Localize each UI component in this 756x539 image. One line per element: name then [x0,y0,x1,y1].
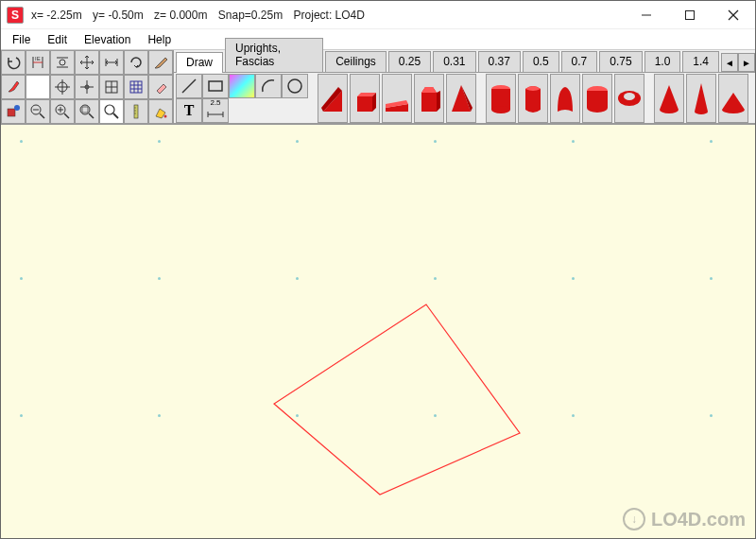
zoom-in-icon[interactable] [50,99,75,124]
menu-help[interactable]: Help [140,31,179,48]
svg-point-44 [164,115,167,118]
svg-point-68 [624,93,635,100]
minimize-button[interactable] [625,1,668,29]
svg-line-45 [182,79,196,93]
prism-shape-icon[interactable] [414,74,444,123]
swatch-icon[interactable] [26,75,50,99]
move-icon[interactable] [75,50,99,75]
arc-tool-icon[interactable] [255,74,282,98]
coord-z: z= 0.000m [154,9,207,22]
close-button[interactable] [712,1,755,29]
draw-tool-group: T 2.5 [176,74,308,123]
tab-size-0-37[interactable]: 0.37 [478,51,521,72]
svg-point-38 [105,105,114,114]
rotate-icon[interactable] [124,50,148,75]
color-picker-icon[interactable] [229,74,255,98]
svg-rect-40 [134,105,138,118]
app-icon: S [7,7,24,24]
watermark: ↓ LO4D.com [623,508,746,530]
shape-bar: T 2.5 [174,73,755,124]
cone-flat-shape-icon[interactable] [718,74,748,123]
download-icon: ↓ [623,508,645,530]
svg-point-47 [288,79,301,93]
paint-icon[interactable] [1,75,26,99]
menubar: File Edit Elevation Help [1,29,755,50]
fill-icon[interactable] [148,99,173,124]
add-shape-icon[interactable] [1,99,26,124]
svg-point-35 [80,105,90,114]
tab-size-1-0[interactable]: 1.0 [644,51,681,72]
cylinder-shape-icon[interactable] [486,74,516,123]
cone-tall-shape-icon[interactable] [686,74,716,123]
wedge-shape-icon[interactable] [318,74,348,123]
menu-edit[interactable]: Edit [40,31,75,48]
eraser-icon[interactable] [148,75,173,99]
menu-file[interactable]: File [5,31,38,48]
cone-shape-icon[interactable] [654,74,684,123]
svg-rect-1 [686,10,695,19]
drum-shape-icon[interactable] [582,74,612,123]
ruler-icon[interactable] [124,99,148,124]
align-v-icon[interactable] [50,50,75,75]
tab-size-0-25[interactable]: 0.25 [388,51,431,72]
tab-size-0-5[interactable]: 0.5 [523,51,559,72]
tab-size-0-75[interactable]: 0.75 [599,51,642,72]
app-window: S x= -2.25m y= -0.50m z= 0.000m Snap=0.2… [0,0,756,539]
cylinder-segment-shape-icon[interactable] [518,74,548,123]
tab-draw[interactable]: Draw [176,52,223,73]
tab-scroll-left-icon[interactable]: ◄ [721,53,738,72]
pyramid-shape-icon[interactable] [446,74,476,123]
project-name: Project: LO4D [294,9,365,22]
grid2-icon[interactable] [124,75,148,99]
text-tool-icon[interactable]: T [176,98,202,123]
rectangle-tool-icon[interactable] [202,74,229,98]
svg-rect-26 [8,109,15,116]
watermark-text: LO4D.com [651,509,746,530]
svg-line-29 [40,113,44,118]
canvas[interactable]: ↓ LO4D.com [1,125,755,538]
svg-line-32 [64,113,69,118]
coord-y: y= -0.50m [93,9,144,22]
slope-shape-icon[interactable] [382,74,412,123]
maximize-button[interactable] [668,1,712,29]
measure-h-icon[interactable]: IE [26,50,50,75]
left-toolbox: IE [1,50,174,124]
svg-marker-60 [421,87,437,93]
magnifier-icon[interactable] [99,99,124,124]
svg-marker-53 [357,96,372,112]
ring-shape-icon[interactable] [614,74,644,123]
dimension-tool-icon[interactable]: 2.5 [202,98,229,123]
svg-rect-21 [130,81,142,93]
drawing-surface [1,125,755,538]
svg-rect-37 [82,107,88,113]
polyline-shape [274,304,520,495]
measure-span-icon[interactable] [99,50,124,75]
svg-point-27 [14,105,20,111]
tab-uprights-fascias[interactable]: Uprights, Fascias [225,38,323,72]
line-tool-icon[interactable] [176,74,202,98]
tab-ceilings[interactable]: Ceilings [325,51,387,72]
zoom-out-icon[interactable] [26,99,50,124]
move4-icon[interactable] [75,75,99,99]
snap-value: Snap=0.25m [218,9,283,22]
tab-scroll-right-icon[interactable]: ► [738,53,755,72]
tab-size-1-4[interactable]: 1.4 [682,51,719,72]
tab-size-0-7[interactable]: 0.7 [561,51,598,72]
tab-size-0-31[interactable]: 0.31 [433,51,475,72]
circle-tool-icon[interactable] [282,74,308,98]
crosshair-icon[interactable] [50,75,75,99]
titlebar: S x= -2.25m y= -0.50m z= 0.000m Snap=0.2… [1,1,755,29]
svg-line-36 [89,113,94,118]
coord-x: x= -2.25m [31,9,82,22]
undo-icon[interactable] [1,50,26,75]
menu-elevation[interactable]: Elevation [77,31,138,48]
tab-scroll: ◄ ► [721,53,755,72]
box-shape-icon[interactable] [350,74,380,123]
grid-icon[interactable] [99,75,124,99]
svg-rect-46 [209,81,222,91]
svg-point-65 [491,106,510,113]
curved-wall-shape-icon[interactable] [550,74,580,123]
brush-icon[interactable] [148,50,173,75]
svg-marker-59 [437,91,440,112]
zoom-fit-icon[interactable] [75,99,99,124]
